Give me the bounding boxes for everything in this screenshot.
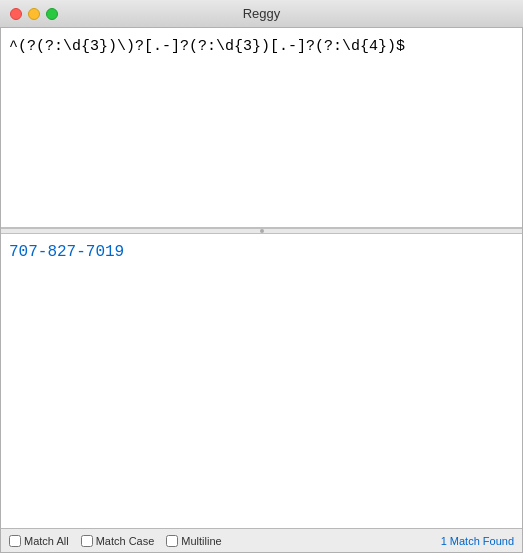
- main-container: ^(?(?:\d{3})\)?[.-]?(?:\d{3})[.-]?(?:\d{…: [0, 28, 523, 553]
- title-bar: Reggy: [0, 0, 523, 28]
- match-all-checkbox[interactable]: [9, 535, 21, 547]
- match-case-checkbox[interactable]: [81, 535, 93, 547]
- regex-pane[interactable]: ^(?(?:\d{3})\)?[.-]?(?:\d{3})[.-]?(?:\d{…: [1, 28, 522, 228]
- match-found-status: 1 Match Found: [441, 535, 514, 547]
- multiline-group: Multiline: [166, 535, 221, 547]
- match-all-label[interactable]: Match All: [24, 535, 69, 547]
- window-controls: [10, 8, 58, 20]
- status-bar: Match All Match Case Multiline 1 Match F…: [1, 528, 522, 552]
- maximize-button[interactable]: [46, 8, 58, 20]
- match-result: 707-827-7019: [9, 243, 124, 261]
- window-title: Reggy: [243, 6, 281, 21]
- multiline-checkbox[interactable]: [166, 535, 178, 547]
- minimize-button[interactable]: [28, 8, 40, 20]
- multiline-label[interactable]: Multiline: [181, 535, 221, 547]
- regex-content[interactable]: ^(?(?:\d{3})\)?[.-]?(?:\d{3})[.-]?(?:\d{…: [9, 36, 514, 57]
- match-case-group: Match Case: [81, 535, 155, 547]
- divider-dot: [260, 229, 264, 233]
- close-button[interactable]: [10, 8, 22, 20]
- match-all-group: Match All: [9, 535, 69, 547]
- match-case-label[interactable]: Match Case: [96, 535, 155, 547]
- result-pane[interactable]: 707-827-7019: [1, 234, 522, 528]
